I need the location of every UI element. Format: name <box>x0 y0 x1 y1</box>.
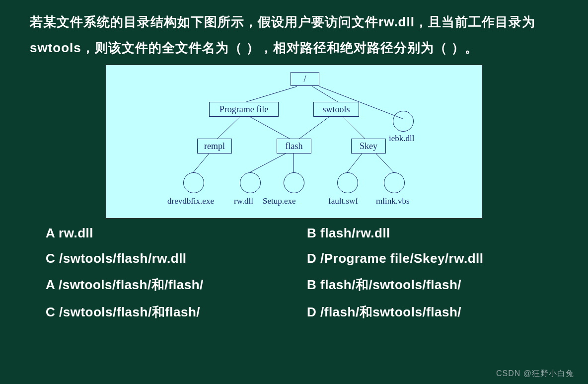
svg-line-4 <box>250 117 290 139</box>
leaf-fault <box>337 172 358 193</box>
label-iebk: iebk.dll <box>389 134 414 144</box>
node-rempl: rempl <box>197 139 232 154</box>
svg-line-3 <box>218 117 240 139</box>
node-swtools: swtools <box>313 102 359 117</box>
option-q1-C: C /swtools/flash/rw.dll <box>46 251 307 266</box>
option-q2-A: A /swtools/flash/和/flash/ <box>46 276 307 294</box>
option-q1-B: B flash/rw.dll <box>307 226 568 241</box>
option-q2-C: C /swtools/flash/和flash/ <box>46 304 307 321</box>
svg-line-10 <box>347 154 362 172</box>
svg-line-7 <box>193 154 209 172</box>
node-flash: flash <box>277 139 311 154</box>
svg-line-8 <box>250 154 286 172</box>
question-text: 若某文件系统的目录结构如下图所示，假设用户要访问文件rw.dll，且当前工作目录… <box>0 0 588 64</box>
svg-line-0 <box>246 86 297 102</box>
leaf-rwdll <box>240 172 261 193</box>
option-q2-B: B flash/和/swtools/flash/ <box>307 276 568 294</box>
option-q1-D: D /Programe file/Skey/rw.dll <box>307 251 568 266</box>
node-skey: Skey <box>351 139 386 154</box>
leaf-mlink <box>384 172 405 193</box>
directory-tree-diagram: / Programe file swtools iebk.dll rempl f… <box>105 65 483 219</box>
watermark: CSDN @狂野小白兔 <box>496 369 574 379</box>
svg-line-11 <box>376 154 394 172</box>
node-iebk-file <box>393 111 414 132</box>
label-setup: Setup.exe <box>263 196 296 206</box>
option-q2-D: D /flash/和swtools/flash/ <box>307 304 568 321</box>
node-root: / <box>291 72 319 86</box>
label-fault: fault.swf <box>328 196 358 206</box>
option-q1-A: A rw.dll <box>46 226 307 241</box>
leaf-setup <box>284 172 304 193</box>
label-mlink: mlink.vbs <box>376 196 410 206</box>
label-rwdll: rw.dll <box>234 196 253 206</box>
leaf-drevdbfix <box>183 172 204 193</box>
label-drevdbfix: drevdbfix.exe <box>167 196 214 206</box>
node-programe-file: Programe file <box>209 102 279 117</box>
svg-line-6 <box>343 117 365 139</box>
svg-line-5 <box>299 117 329 139</box>
answer-options: A rw.dll B flash/rw.dll C /swtools/flash… <box>0 226 588 321</box>
